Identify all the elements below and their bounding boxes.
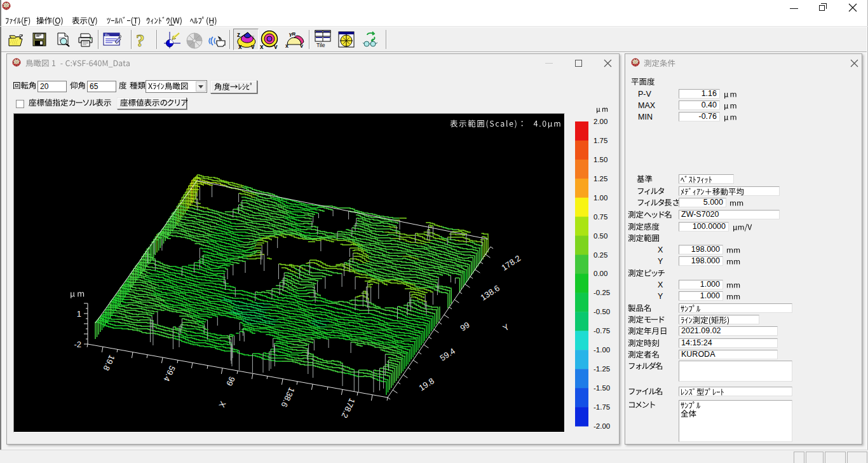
svg-text:y: y xyxy=(274,43,278,49)
svg-text:0.00: 0.00 xyxy=(593,270,607,277)
svg-text:-1.25: -1.25 xyxy=(593,365,610,373)
svg-text:-2.00: -2.00 xyxy=(593,422,610,430)
svg-text:-1.75: -1.75 xyxy=(593,403,610,411)
svg-text:y: y xyxy=(300,43,303,48)
svg-text:0.25: 0.25 xyxy=(593,251,607,259)
svg-text:z: z xyxy=(237,31,240,38)
svg-text:0.50: 0.50 xyxy=(593,232,607,240)
svg-text:-0.75: -0.75 xyxy=(593,327,610,335)
svg-text:γR: γR xyxy=(289,31,295,37)
svg-text:x: x xyxy=(285,43,288,48)
svg-text:-0.50: -0.50 xyxy=(593,308,610,315)
svg-text:0.75: 0.75 xyxy=(593,213,607,221)
svg-text:?: ? xyxy=(136,32,145,50)
svg-text:-1.50: -1.50 xyxy=(593,384,610,392)
svg-text:-2: -2 xyxy=(74,340,81,349)
svg-text:-1.00: -1.00 xyxy=(593,346,610,354)
svg-text:1.25: 1.25 xyxy=(593,175,607,183)
svg-text:Tile: Tile xyxy=(316,42,325,47)
svg-text:x: x xyxy=(238,43,242,49)
svg-text:1: 1 xyxy=(77,309,81,319)
svg-text:y: y xyxy=(251,43,255,49)
svg-text:2.00: 2.00 xyxy=(593,118,607,125)
svg-text:1.75: 1.75 xyxy=(593,137,607,144)
svg-text:Re.: Re. xyxy=(105,33,111,37)
svg-text:-0.25: -0.25 xyxy=(593,289,610,296)
svg-text:x: x xyxy=(260,43,264,49)
svg-text:1.00: 1.00 xyxy=(593,194,607,202)
svg-text:1.50: 1.50 xyxy=(593,156,607,163)
